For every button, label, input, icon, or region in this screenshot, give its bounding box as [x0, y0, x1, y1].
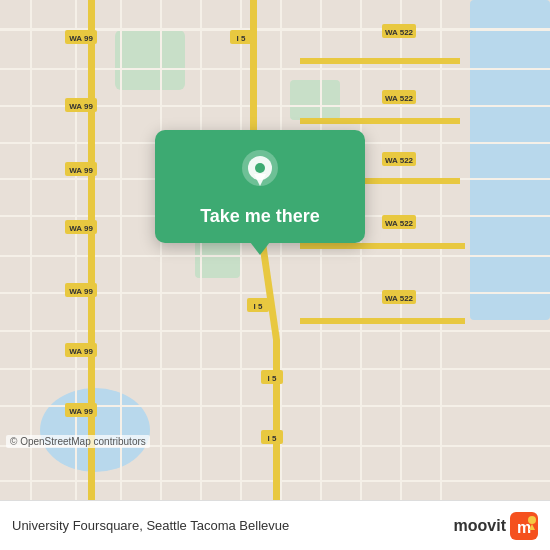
svg-rect-37	[300, 243, 465, 249]
svg-rect-38	[300, 318, 465, 324]
svg-text:WA 99: WA 99	[69, 347, 93, 356]
svg-text:WA 522: WA 522	[385, 294, 414, 303]
map-svg: WA 99 WA 99 WA 99 WA 99 WA 99 WA 99 WA 9…	[0, 0, 550, 500]
svg-rect-5	[290, 80, 340, 120]
svg-rect-27	[360, 0, 362, 500]
svg-rect-23	[200, 0, 202, 500]
svg-rect-24	[240, 0, 242, 500]
svg-text:WA 522: WA 522	[385, 156, 414, 165]
svg-rect-3	[115, 30, 185, 90]
svg-rect-34	[300, 58, 460, 64]
svg-text:WA 99: WA 99	[69, 34, 93, 43]
svg-text:WA 99: WA 99	[69, 407, 93, 416]
location-pin-icon	[236, 148, 284, 196]
svg-rect-35	[300, 118, 460, 124]
svg-rect-25	[280, 0, 282, 500]
svg-point-77	[528, 516, 536, 524]
moovit-logo-text: moovit	[454, 517, 506, 535]
svg-text:WA 99: WA 99	[69, 287, 93, 296]
popup-card[interactable]: Take me there	[155, 130, 365, 243]
svg-rect-29	[440, 0, 442, 500]
map-container: WA 99 WA 99 WA 99 WA 99 WA 99 WA 99 WA 9…	[0, 0, 550, 500]
svg-point-73	[255, 163, 265, 173]
svg-rect-21	[120, 0, 122, 500]
moovit-logo: moovit m	[454, 512, 538, 540]
svg-rect-26	[320, 0, 322, 500]
take-me-there-label: Take me there	[200, 206, 320, 227]
svg-text:I 5: I 5	[254, 302, 263, 311]
svg-rect-30	[88, 0, 95, 500]
svg-rect-7	[0, 68, 550, 70]
svg-text:WA 99: WA 99	[69, 224, 93, 233]
moovit-logo-icon: m	[510, 512, 538, 540]
svg-rect-12	[0, 255, 550, 257]
svg-text:I 5: I 5	[237, 34, 246, 43]
svg-text:WA 522: WA 522	[385, 28, 414, 37]
svg-text:WA 99: WA 99	[69, 166, 93, 175]
svg-rect-28	[400, 0, 402, 500]
svg-text:I 5: I 5	[268, 434, 277, 443]
svg-rect-20	[75, 0, 77, 500]
copyright-text: © OpenStreetMap contributors	[6, 435, 150, 448]
svg-text:WA 99: WA 99	[69, 102, 93, 111]
bottom-bar: University Foursquare, Seattle Tacoma Be…	[0, 500, 550, 550]
svg-rect-33	[273, 340, 280, 500]
svg-rect-19	[30, 0, 32, 500]
svg-text:I 5: I 5	[268, 374, 277, 383]
svg-rect-22	[160, 0, 162, 500]
svg-rect-1	[470, 0, 550, 320]
location-label: University Foursquare, Seattle Tacoma Be…	[12, 518, 289, 533]
svg-text:WA 522: WA 522	[385, 219, 414, 228]
svg-text:WA 522: WA 522	[385, 94, 414, 103]
